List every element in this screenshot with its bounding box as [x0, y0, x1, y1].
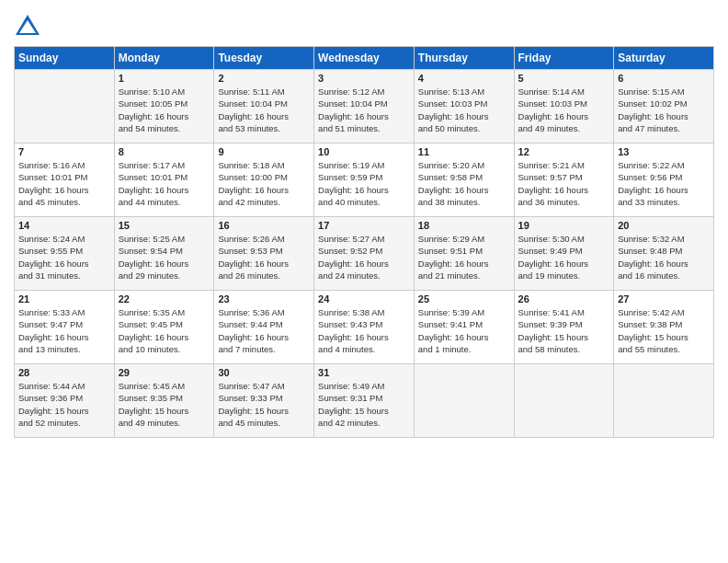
day-info: Sunrise: 5:16 AM Sunset: 10:01 PM Daylig… — [18, 159, 110, 208]
day-info: Sunrise: 5:21 AM Sunset: 9:57 PM Dayligh… — [518, 159, 610, 208]
day-number: 17 — [318, 220, 410, 231]
weekday-header-tuesday: Tuesday — [214, 47, 314, 70]
calendar-cell: 9Sunrise: 5:18 AM Sunset: 10:00 PM Dayli… — [214, 144, 314, 217]
day-info: Sunrise: 5:35 AM Sunset: 9:45 PM Dayligh… — [119, 306, 210, 355]
day-info: Sunrise: 5:45 AM Sunset: 9:35 PM Dayligh… — [119, 380, 210, 429]
day-number: 5 — [518, 73, 610, 84]
day-info: Sunrise: 5:36 AM Sunset: 9:44 PM Dayligh… — [218, 306, 310, 355]
logo — [14, 13, 45, 40]
day-info: Sunrise: 5:24 AM Sunset: 9:55 PM Dayligh… — [18, 233, 110, 282]
day-number: 18 — [418, 220, 510, 231]
day-info: Sunrise: 5:25 AM Sunset: 9:54 PM Dayligh… — [119, 233, 210, 282]
calendar-cell: 19Sunrise: 5:30 AM Sunset: 9:49 PM Dayli… — [514, 217, 614, 291]
day-info: Sunrise: 5:19 AM Sunset: 9:59 PM Dayligh… — [318, 159, 410, 208]
day-number: 21 — [18, 293, 110, 304]
day-info: Sunrise: 5:44 AM Sunset: 9:36 PM Dayligh… — [18, 380, 110, 429]
day-info: Sunrise: 5:41 AM Sunset: 9:39 PM Dayligh… — [518, 306, 610, 355]
calendar-week-row: 1Sunrise: 5:10 AM Sunset: 10:05 PM Dayli… — [15, 70, 714, 144]
calendar-cell: 11Sunrise: 5:20 AM Sunset: 9:58 PM Dayli… — [414, 144, 514, 217]
calendar-cell: 8Sunrise: 5:17 AM Sunset: 10:01 PM Dayli… — [114, 144, 214, 217]
calendar-week-row: 28Sunrise: 5:44 AM Sunset: 9:36 PM Dayli… — [15, 364, 714, 438]
day-number: 12 — [518, 146, 610, 157]
weekday-header-saturday: Saturday — [614, 47, 714, 70]
calendar-table: SundayMondayTuesdayWednesdayThursdayFrid… — [14, 46, 714, 438]
calendar-cell: 12Sunrise: 5:21 AM Sunset: 9:57 PM Dayli… — [514, 144, 614, 217]
calendar-cell: 31Sunrise: 5:49 AM Sunset: 9:31 PM Dayli… — [314, 364, 415, 438]
day-info: Sunrise: 5:12 AM Sunset: 10:04 PM Daylig… — [318, 86, 410, 134]
day-info: Sunrise: 5:20 AM Sunset: 9:58 PM Dayligh… — [418, 159, 510, 208]
day-info: Sunrise: 5:13 AM Sunset: 10:03 PM Daylig… — [418, 86, 510, 134]
day-number: 11 — [418, 146, 510, 157]
day-info: Sunrise: 5:27 AM Sunset: 9:52 PM Dayligh… — [318, 233, 410, 282]
day-info: Sunrise: 5:10 AM Sunset: 10:05 PM Daylig… — [119, 86, 210, 134]
calendar-cell: 24Sunrise: 5:38 AM Sunset: 9:43 PM Dayli… — [314, 291, 415, 364]
day-number: 23 — [218, 293, 310, 304]
day-number: 22 — [119, 293, 210, 304]
day-info: Sunrise: 5:33 AM Sunset: 9:47 PM Dayligh… — [18, 306, 110, 355]
day-number: 9 — [218, 146, 310, 157]
day-number: 25 — [418, 293, 510, 304]
day-info: Sunrise: 5:11 AM Sunset: 10:04 PM Daylig… — [218, 86, 310, 134]
day-number: 26 — [518, 293, 610, 304]
day-number: 27 — [618, 293, 710, 304]
calendar-cell — [514, 364, 614, 438]
weekday-header-wednesday: Wednesday — [314, 47, 415, 70]
day-info: Sunrise: 5:29 AM Sunset: 9:51 PM Dayligh… — [418, 233, 510, 282]
day-number: 3 — [318, 73, 410, 84]
day-info: Sunrise: 5:39 AM Sunset: 9:41 PM Dayligh… — [418, 306, 510, 355]
day-number: 19 — [518, 220, 610, 231]
calendar-cell: 5Sunrise: 5:14 AM Sunset: 10:03 PM Dayli… — [514, 70, 614, 144]
day-info: Sunrise: 5:49 AM Sunset: 9:31 PM Dayligh… — [318, 380, 410, 429]
calendar-cell — [614, 364, 714, 438]
calendar-cell: 29Sunrise: 5:45 AM Sunset: 9:35 PM Dayli… — [114, 364, 214, 438]
calendar-cell: 17Sunrise: 5:27 AM Sunset: 9:52 PM Dayli… — [314, 217, 415, 291]
calendar-cell — [414, 364, 514, 438]
day-info: Sunrise: 5:32 AM Sunset: 9:48 PM Dayligh… — [618, 233, 710, 282]
calendar-cell: 23Sunrise: 5:36 AM Sunset: 9:44 PM Dayli… — [214, 291, 314, 364]
calendar-cell: 15Sunrise: 5:25 AM Sunset: 9:54 PM Dayli… — [114, 217, 214, 291]
header — [14, 9, 714, 40]
calendar-cell: 7Sunrise: 5:16 AM Sunset: 10:01 PM Dayli… — [15, 144, 115, 217]
day-info: Sunrise: 5:47 AM Sunset: 9:33 PM Dayligh… — [218, 380, 310, 429]
calendar-cell: 2Sunrise: 5:11 AM Sunset: 10:04 PM Dayli… — [214, 70, 314, 144]
day-info: Sunrise: 5:18 AM Sunset: 10:00 PM Daylig… — [218, 159, 310, 208]
day-number: 7 — [18, 146, 110, 157]
day-info: Sunrise: 5:26 AM Sunset: 9:53 PM Dayligh… — [218, 233, 310, 282]
calendar-cell: 14Sunrise: 5:24 AM Sunset: 9:55 PM Dayli… — [15, 217, 115, 291]
weekday-header-thursday: Thursday — [414, 47, 514, 70]
calendar-cell: 22Sunrise: 5:35 AM Sunset: 9:45 PM Dayli… — [114, 291, 214, 364]
day-number: 1 — [119, 73, 210, 84]
logo-icon — [14, 13, 41, 40]
day-number: 24 — [318, 293, 410, 304]
day-number: 14 — [18, 220, 110, 231]
calendar-week-row: 21Sunrise: 5:33 AM Sunset: 9:47 PM Dayli… — [15, 291, 714, 364]
calendar-cell: 25Sunrise: 5:39 AM Sunset: 9:41 PM Dayli… — [414, 291, 514, 364]
day-number: 10 — [318, 146, 410, 157]
calendar-cell: 3Sunrise: 5:12 AM Sunset: 10:04 PM Dayli… — [314, 70, 415, 144]
calendar-cell: 1Sunrise: 5:10 AM Sunset: 10:05 PM Dayli… — [114, 70, 214, 144]
calendar-cell: 30Sunrise: 5:47 AM Sunset: 9:33 PM Dayli… — [214, 364, 314, 438]
weekday-header-row: SundayMondayTuesdayWednesdayThursdayFrid… — [15, 47, 714, 70]
calendar-cell: 16Sunrise: 5:26 AM Sunset: 9:53 PM Dayli… — [214, 217, 314, 291]
day-info: Sunrise: 5:42 AM Sunset: 9:38 PM Dayligh… — [618, 306, 710, 355]
calendar-cell: 4Sunrise: 5:13 AM Sunset: 10:03 PM Dayli… — [414, 70, 514, 144]
day-info: Sunrise: 5:17 AM Sunset: 10:01 PM Daylig… — [119, 159, 210, 208]
calendar-week-row: 14Sunrise: 5:24 AM Sunset: 9:55 PM Dayli… — [15, 217, 714, 291]
day-info: Sunrise: 5:14 AM Sunset: 10:03 PM Daylig… — [518, 86, 610, 134]
day-number: 30 — [218, 367, 310, 378]
calendar-cell: 21Sunrise: 5:33 AM Sunset: 9:47 PM Dayli… — [15, 291, 115, 364]
weekday-header-monday: Monday — [114, 47, 214, 70]
day-number: 15 — [119, 220, 210, 231]
weekday-header-friday: Friday — [514, 47, 614, 70]
calendar-cell: 13Sunrise: 5:22 AM Sunset: 9:56 PM Dayli… — [614, 144, 714, 217]
calendar-week-row: 7Sunrise: 5:16 AM Sunset: 10:01 PM Dayli… — [15, 144, 714, 217]
day-info: Sunrise: 5:22 AM Sunset: 9:56 PM Dayligh… — [618, 159, 710, 208]
day-number: 13 — [618, 146, 710, 157]
calendar-cell: 10Sunrise: 5:19 AM Sunset: 9:59 PM Dayli… — [314, 144, 415, 217]
weekday-header-sunday: Sunday — [15, 47, 115, 70]
day-number: 8 — [119, 146, 210, 157]
calendar-cell: 26Sunrise: 5:41 AM Sunset: 9:39 PM Dayli… — [514, 291, 614, 364]
calendar-cell: 18Sunrise: 5:29 AM Sunset: 9:51 PM Dayli… — [414, 217, 514, 291]
calendar-cell: 20Sunrise: 5:32 AM Sunset: 9:48 PM Dayli… — [614, 217, 714, 291]
day-number: 31 — [318, 367, 410, 378]
